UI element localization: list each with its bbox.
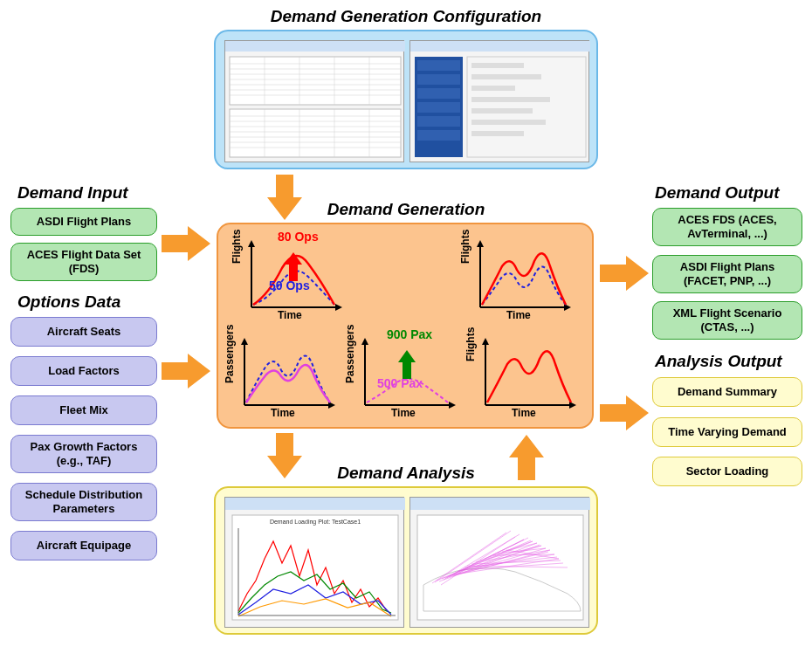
- svg-rect-38: [471, 108, 533, 113]
- svg-rect-34: [471, 63, 524, 68]
- svg-rect-66: [232, 515, 398, 620]
- chart-pax1: Passengers Time: [227, 331, 341, 418]
- svg-marker-42: [248, 240, 255, 247]
- ylabel-pax-1: Passengers: [224, 325, 236, 383]
- options-data-title: Options Data: [17, 292, 120, 312]
- svg-rect-25: [410, 41, 590, 52]
- out-aces-fds: ACES FDS (ACES, AvTerminal, ...): [652, 208, 802, 246]
- opt-load: Load Factors: [10, 356, 157, 386]
- svg-marker-103: [600, 395, 649, 430]
- analysis-title: Demand Analysis: [327, 464, 485, 483]
- svg-marker-101: [162, 354, 210, 389]
- svg-rect-35: [471, 74, 541, 79]
- svg-marker-46: [285, 252, 302, 265]
- svg-marker-56: [361, 338, 368, 345]
- generation-box: Flights Time 80 Ops 50 Ops Flights Time …: [217, 223, 594, 429]
- svg-rect-70: [410, 498, 590, 510]
- svg-marker-58: [449, 402, 456, 409]
- svg-rect-65: [225, 498, 405, 510]
- ylabel-flights-3: Flights: [464, 327, 477, 361]
- svg-marker-102: [600, 256, 649, 291]
- opt-equipage: Aircraft Equipage: [10, 531, 157, 560]
- demand-output-title: Demand Output: [655, 183, 780, 203]
- svg-rect-33: [467, 57, 586, 157]
- aout-sector: Sector Loading: [652, 457, 802, 486]
- arrow-gen-to-analysis: [265, 433, 305, 480]
- analysis-screenshot-right: [409, 497, 589, 628]
- xlabel-time-3: Time: [271, 407, 295, 419]
- svg-marker-48: [477, 240, 484, 247]
- svg-rect-40: [471, 131, 524, 136]
- config-screenshot-right: [409, 40, 589, 162]
- xlabel-time-4: Time: [391, 407, 416, 419]
- svg-marker-100: [162, 226, 210, 261]
- chart-flights-red: Flights Time: [468, 331, 581, 418]
- arrow-config-to-gen: [265, 175, 305, 222]
- analysis-box: Demand Loading Plot: TestCase1: [214, 486, 598, 635]
- svg-rect-0: [225, 41, 405, 52]
- svg-rect-28: [417, 74, 460, 85]
- arrow-gen-to-output: [600, 253, 650, 293]
- arrow-analysis-to-gen: [506, 433, 547, 480]
- analysis-output-title: Analysis Output: [655, 352, 782, 371]
- config-screenshot-left: [224, 40, 404, 162]
- svg-rect-31: [417, 116, 460, 127]
- svg-rect-37: [471, 97, 550, 102]
- aout-tvd: Time Varying Demand: [652, 417, 802, 447]
- ylabel-pax-2: Passengers: [344, 325, 356, 383]
- pax500-label: 500 Pax: [377, 376, 423, 390]
- svg-rect-29: [417, 88, 460, 99]
- arrow-options-to-gen: [162, 351, 212, 391]
- svg-rect-30: [417, 102, 460, 113]
- analysis-screenshot-left: Demand Loading Plot: TestCase1: [224, 497, 404, 628]
- svg-marker-60: [398, 350, 416, 362]
- config-box: [214, 30, 598, 169]
- pax900-label: 900 Pax: [387, 327, 432, 341]
- xlabel-time-1: Time: [278, 309, 302, 321]
- svg-marker-52: [241, 338, 248, 345]
- opt-schedule: Schedule Distribution Parameters: [10, 483, 157, 521]
- chart-flights-dual: Flights Time: [463, 233, 576, 320]
- ops50-label: 50 Ops: [269, 278, 310, 292]
- chart-ops: Flights Time 80 Ops 50 Ops: [234, 233, 348, 320]
- svg-rect-27: [417, 60, 460, 71]
- opt-seats: Aircraft Seats: [10, 317, 157, 347]
- svg-marker-106: [509, 435, 544, 480]
- svg-marker-44: [335, 304, 342, 311]
- xlabel-time-2: Time: [506, 309, 531, 321]
- arrow-analysis-to-output: [600, 393, 650, 433]
- xlabel-time-5: Time: [512, 407, 536, 419]
- generation-title: Demand Generation: [297, 200, 515, 219]
- ylabel-flights: Flights: [231, 230, 243, 264]
- svg-rect-39: [471, 120, 546, 125]
- svg-marker-105: [267, 433, 302, 478]
- svg-rect-32: [417, 130, 460, 141]
- out-asdi: ASDI Flight Plans (FACET, PNP, ...): [652, 255, 802, 293]
- chart-pax2: Passengers Time 900 Pax 500 Pax: [348, 331, 461, 418]
- ylabel-flights-2: Flights: [459, 230, 471, 264]
- ops80-label: 80 Ops: [278, 230, 319, 244]
- opt-fleet: Fleet Mix: [10, 395, 157, 425]
- arrow-input-to-gen: [162, 223, 212, 264]
- svg-text:Demand Loading Plot: TestCase1: Demand Loading Plot: TestCase1: [270, 519, 361, 526]
- input-aces-fds: ACES Flight Data Set (FDS): [10, 243, 157, 281]
- svg-marker-62: [482, 338, 489, 345]
- out-xml: XML Flight Scenario (CTAS, ...): [652, 301, 802, 340]
- svg-rect-36: [471, 86, 515, 91]
- svg-marker-104: [267, 175, 302, 220]
- input-asdi: ASDI Flight Plans: [10, 208, 157, 236]
- config-title: Demand Generation Configuration: [240, 7, 572, 26]
- aout-summary: Demand Summary: [652, 377, 802, 407]
- demand-input-title: Demand Input: [17, 183, 128, 203]
- opt-pax-growth: Pax Growth Factors (e.g., TAF): [10, 435, 157, 473]
